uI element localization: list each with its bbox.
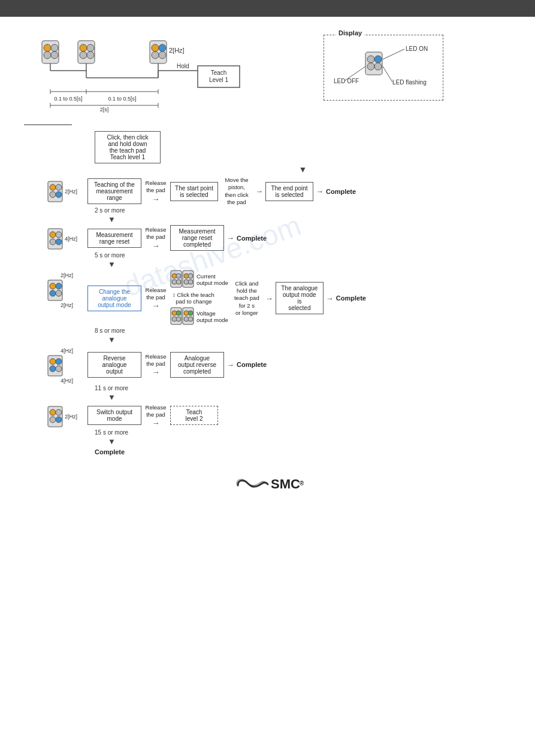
svg-point-79 <box>176 311 181 315</box>
row3-voltage-mode: Voltageoutput mode <box>170 307 228 326</box>
row2-complete: Complete <box>237 235 267 242</box>
svg-point-13 <box>152 51 159 59</box>
row4-led-svg <box>47 354 80 377</box>
svg-point-74 <box>188 274 193 278</box>
timing-diagram: 2[Hz] Teach Level 1 Hold <box>24 35 300 113</box>
page-content: 2[Hz] Teach Level 1 Hold <box>0 23 535 519</box>
row1-action-box: Teaching of themeasurementrange <box>87 178 141 204</box>
svg-point-8 <box>80 51 87 59</box>
row2-led-svg: 4[Hz] <box>47 227 80 250</box>
smc-logo: SMC ® <box>24 473 511 501</box>
start-box-text: Click, then clickand hold downthe teach … <box>107 134 149 160</box>
svg-point-54 <box>56 192 62 198</box>
time-label-11s: 11 s or more <box>95 385 511 391</box>
svg-point-11 <box>152 44 159 51</box>
svg-point-1 <box>44 44 51 51</box>
display-title: Display <box>336 29 364 37</box>
svg-point-42 <box>367 63 374 70</box>
row3-voltage-label: Voltageoutput mode <box>197 310 228 323</box>
flowchart-row-5: 2[Hz] Switch outputmode Releasethe pad →… <box>42 403 511 428</box>
row4-result-box: Analogueoutput reversecompleted <box>170 352 224 378</box>
header-bar <box>0 0 535 17</box>
start-box: Click, then clickand hold downthe teach … <box>95 131 161 163</box>
svg-point-90 <box>50 366 56 372</box>
section-divider <box>24 125 72 125</box>
svg-line-48 <box>383 66 392 82</box>
row2-action-box: Measurementrange reset <box>87 229 141 248</box>
svg-text:LED OFF: LED OFF <box>334 78 359 84</box>
row4-action-box: Reverseanalogueoutput <box>87 352 141 378</box>
svg-point-96 <box>56 417 62 423</box>
row2-icon: 4[Hz] <box>42 225 85 250</box>
svg-text:2[s]: 2[s] <box>100 107 109 113</box>
svg-point-63 <box>50 283 56 289</box>
row4-icon: 4[Hz] 4[Hz] <box>42 345 85 384</box>
svg-point-9 <box>87 51 94 59</box>
flowchart-container: Click, then clickand hold downthe teach … <box>42 131 511 456</box>
row5-release-label: Releasethe pad <box>144 404 168 419</box>
svg-point-65 <box>50 290 56 296</box>
timing-section: 2[Hz] Teach Level 1 Hold <box>24 35 511 113</box>
svg-point-91 <box>56 366 62 372</box>
svg-text:4[Hz]: 4[Hz] <box>65 236 77 242</box>
standalone-complete: Complete <box>95 448 511 456</box>
row3-complete: Complete <box>336 294 366 302</box>
svg-text:SMC: SMC <box>271 476 300 491</box>
svg-text:LED ON: LED ON <box>406 45 428 52</box>
svg-point-76 <box>188 280 193 284</box>
row4-complete: Complete <box>237 361 267 368</box>
row3-release-label: Releasethe pad <box>144 287 168 302</box>
svg-point-84 <box>188 311 193 315</box>
svg-point-3 <box>44 51 51 59</box>
row3-led-svg <box>47 279 80 302</box>
row4-release: Releasethe pad → <box>144 353 168 377</box>
arrow-down-5: ▼ <box>108 437 511 446</box>
svg-text:Teach: Teach <box>211 69 227 76</box>
svg-point-4 <box>51 51 58 59</box>
row1-release-label: Releasethe pad <box>144 180 168 195</box>
timing-svg: 2[Hz] Teach Level 1 Hold <box>24 35 300 113</box>
row4-release-label: Releasethe pad <box>144 353 168 368</box>
row3-mode-section: Currentoutput mode ↕ Click the teach pad… <box>170 270 228 326</box>
svg-point-86 <box>188 317 193 321</box>
svg-point-40 <box>367 56 374 63</box>
svg-line-44 <box>383 49 404 59</box>
svg-point-7 <box>87 44 94 51</box>
arrow-down-1: ▼ <box>108 215 511 224</box>
svg-text:2[Hz]: 2[Hz] <box>65 189 77 195</box>
svg-rect-72 <box>183 271 194 287</box>
time-label-8s: 8 s or more <box>95 327 511 334</box>
svg-point-57 <box>50 232 56 238</box>
svg-point-59 <box>50 239 56 245</box>
svg-point-94 <box>56 409 62 415</box>
row3-hold-label: Click andhold theteach padfor 2 sor long… <box>232 280 262 317</box>
svg-point-12 <box>159 44 166 51</box>
time-label-2s: 2 s or more <box>95 207 511 214</box>
flowchart-row-2: 4[Hz] Measurementrange reset Releasethe … <box>42 225 511 251</box>
svg-rect-77 <box>171 308 182 324</box>
row1-complete: Complete <box>326 188 356 195</box>
row2-release-label: Releasethe pad <box>144 226 168 241</box>
svg-point-95 <box>50 417 56 423</box>
arrow-down-2: ▼ <box>108 260 511 269</box>
arrow-down-3: ▼ <box>108 335 511 344</box>
display-legend-svg: LED ON LED OFF LED flashing <box>333 40 428 94</box>
row3-current-label: Currentoutput mode <box>197 273 228 286</box>
svg-text:2[Hz]: 2[Hz] <box>169 47 185 54</box>
svg-point-52 <box>56 184 62 190</box>
row3-freq1: 2[Hz] <box>54 272 73 278</box>
svg-point-53 <box>50 192 56 198</box>
svg-point-69 <box>176 274 181 278</box>
row5-icon: 2[Hz] <box>42 403 85 428</box>
row1-start-point: The start pointis selected <box>170 182 218 201</box>
row3-icon: 2[Hz] 2[Hz] <box>42 270 85 308</box>
row1-icon: 2[Hz] <box>42 177 85 203</box>
row3-freq2: 2[Hz] <box>54 302 73 308</box>
svg-text:LED flashing: LED flashing <box>392 79 427 86</box>
svg-point-88 <box>50 359 56 365</box>
svg-point-6 <box>80 44 87 51</box>
row1-move-piston: Move thepiston,then clickthe pad <box>222 177 252 206</box>
row2-result-box: Measurementrange resetcompleted <box>170 225 224 251</box>
svg-rect-82 <box>183 308 194 324</box>
svg-point-2 <box>51 44 58 51</box>
